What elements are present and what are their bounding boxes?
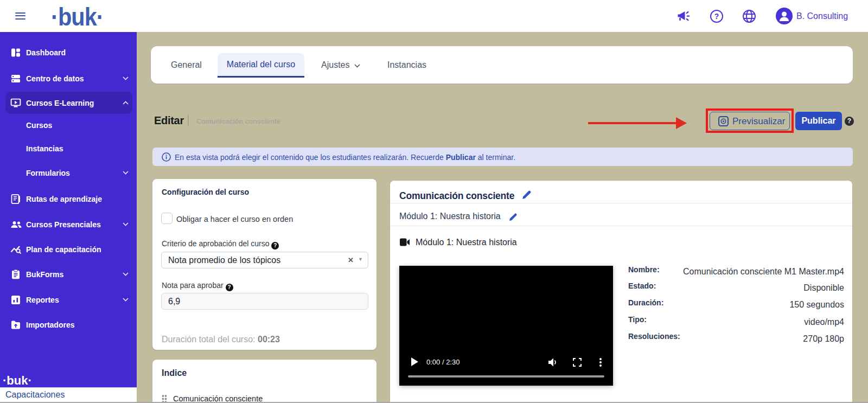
svg-text:?: ? xyxy=(714,12,719,21)
